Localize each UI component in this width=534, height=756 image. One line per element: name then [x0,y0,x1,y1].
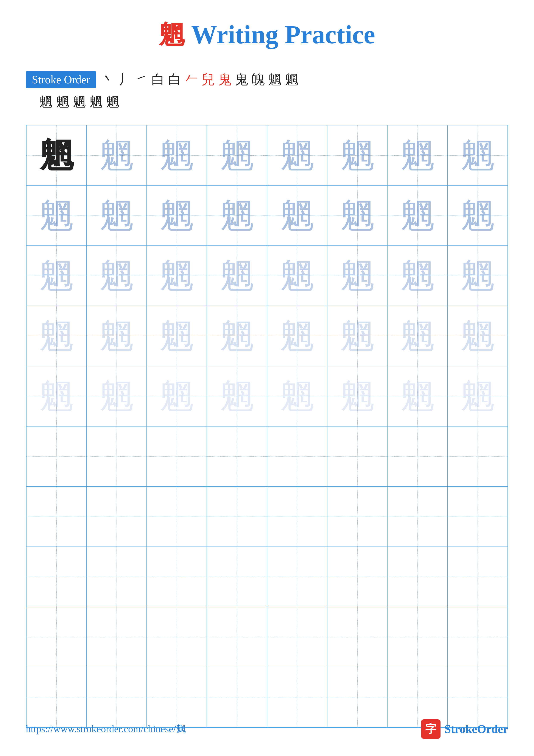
footer-url[interactable]: https://www.strokeorder.com/chinese/魍 [26,722,186,736]
grid-cell-0-0[interactable]: 魍 [26,125,87,185]
grid-cell-8-7[interactable] [447,607,508,667]
grid-cell-7-5[interactable] [327,547,387,607]
stroke-order-label: Stroke Order [26,71,96,88]
grid-cell-8-2[interactable] [147,607,207,667]
grid-cell-5-1[interactable] [87,426,146,486]
cell-character: 魍 [400,198,435,233]
grid-cell-3-7[interactable]: 魍 [447,306,508,366]
grid-cell-2-4[interactable]: 魍 [267,246,327,306]
grid-cell-5-0[interactable] [26,426,87,486]
grid-cell-8-0[interactable] [26,607,87,667]
grid-cell-7-4[interactable] [267,547,327,607]
grid-cell-6-2[interactable] [147,486,207,547]
grid-cell-0-4[interactable]: 魍 [267,125,327,185]
grid-cell-1-7[interactable]: 魍 [447,185,508,245]
cell-character: 魍 [280,319,314,353]
grid-cell-8-1[interactable] [87,607,146,667]
grid-cell-9-2[interactable] [147,667,207,727]
grid-cell-7-3[interactable] [207,547,267,607]
grid-cell-0-1[interactable]: 魍 [87,125,146,185]
grid-cell-5-7[interactable] [447,426,508,486]
grid-cell-6-3[interactable] [207,486,267,547]
grid-cell-3-2[interactable]: 魍 [147,306,207,366]
cell-character: 魍 [220,138,254,173]
grid-cell-4-7[interactable]: 魍 [447,366,508,426]
grid-cell-2-5[interactable]: 魍 [327,246,387,306]
grid-cell-1-2[interactable]: 魍 [147,185,207,245]
grid-cell-2-1[interactable]: 魍 [87,246,146,306]
grid-cell-0-5[interactable]: 魍 [327,125,387,185]
grid-cell-1-6[interactable]: 魍 [387,185,447,245]
grid-row-0: 魍魍魍魍魍魍魍魍 [26,125,508,185]
grid-cell-7-0[interactable] [26,547,87,607]
grid-row-8 [26,607,508,667]
stroke-sequence-line2: 魍 魍 魍 魍 魍 [26,92,508,112]
grid-cell-5-6[interactable] [387,426,447,486]
grid-cell-4-6[interactable]: 魍 [387,366,447,426]
grid-cell-1-4[interactable]: 魍 [267,185,327,245]
grid-cell-3-3[interactable]: 魍 [207,306,267,366]
grid-cell-5-2[interactable] [147,426,207,486]
grid-cell-7-1[interactable] [87,547,146,607]
grid-cell-2-3[interactable]: 魍 [207,246,267,306]
grid-cell-2-2[interactable]: 魍 [147,246,207,306]
grid-cell-0-7[interactable]: 魍 [447,125,508,185]
grid-cell-1-3[interactable]: 魍 [207,185,267,245]
grid-row-7 [26,547,508,607]
grid-cell-3-6[interactable]: 魍 [387,306,447,366]
grid-cell-6-6[interactable] [387,486,447,547]
grid-cell-9-4[interactable] [267,667,327,727]
cell-character: 魍 [220,258,254,293]
grid-cell-5-5[interactable] [327,426,387,486]
grid-cell-1-0[interactable]: 魍 [26,185,87,245]
grid-cell-5-3[interactable] [207,426,267,486]
grid-cell-8-5[interactable] [327,607,387,667]
grid-cell-6-0[interactable] [26,486,87,547]
grid-cell-2-7[interactable]: 魍 [447,246,508,306]
grid-cell-4-2[interactable]: 魍 [147,366,207,426]
grid-row-3: 魍魍魍魍魍魍魍魍 [26,306,508,366]
grid-cell-4-5[interactable]: 魍 [327,366,387,426]
grid-cell-3-1[interactable]: 魍 [87,306,146,366]
grid-cell-7-6[interactable] [387,547,447,607]
grid-cell-9-0[interactable] [26,667,87,727]
grid-cell-6-4[interactable] [267,486,327,547]
cell-character: 魍 [99,258,134,293]
grid-cell-2-6[interactable]: 魍 [387,246,447,306]
grid-cell-3-0[interactable]: 魍 [26,306,87,366]
cell-character: 魍 [460,319,495,353]
grid-cell-9-3[interactable] [207,667,267,727]
grid-cell-3-5[interactable]: 魍 [327,306,387,366]
grid-cell-0-2[interactable]: 魍 [147,125,207,185]
grid-cell-7-2[interactable] [147,547,207,607]
grid-cell-1-5[interactable]: 魍 [327,185,387,245]
grid-cell-0-6[interactable]: 魍 [387,125,447,185]
grid-cell-9-5[interactable] [327,667,387,727]
grid-cell-3-4[interactable]: 魍 [267,306,327,366]
grid-cell-7-7[interactable] [447,547,508,607]
cell-character: 魍 [220,198,254,233]
grid-cell-4-0[interactable]: 魍 [26,366,87,426]
cell-character: 魍 [460,258,495,293]
cell-character: 魍 [39,379,74,413]
grid-cell-4-4[interactable]: 魍 [267,366,327,426]
grid-cell-6-5[interactable] [327,486,387,547]
grid-cell-9-7[interactable] [447,667,508,727]
grid-cell-6-1[interactable] [87,486,146,547]
grid-cell-5-4[interactable] [267,426,327,486]
grid-cell-4-1[interactable]: 魍 [87,366,146,426]
grid-cell-8-3[interactable] [207,607,267,667]
grid-cell-9-6[interactable] [387,667,447,727]
grid-cell-2-0[interactable]: 魍 [26,246,87,306]
grid-cell-0-3[interactable]: 魍 [207,125,267,185]
cell-character: 魍 [460,198,495,233]
cell-character: 魍 [220,319,254,353]
grid-cell-9-1[interactable] [87,667,146,727]
cell-character: 魍 [159,198,194,233]
grid-cell-1-1[interactable]: 魍 [87,185,146,245]
grid-cell-6-7[interactable] [447,486,508,547]
grid-cell-8-6[interactable] [387,607,447,667]
cell-character: 魍 [280,379,314,413]
grid-cell-4-3[interactable]: 魍 [207,366,267,426]
grid-cell-8-4[interactable] [267,607,327,667]
